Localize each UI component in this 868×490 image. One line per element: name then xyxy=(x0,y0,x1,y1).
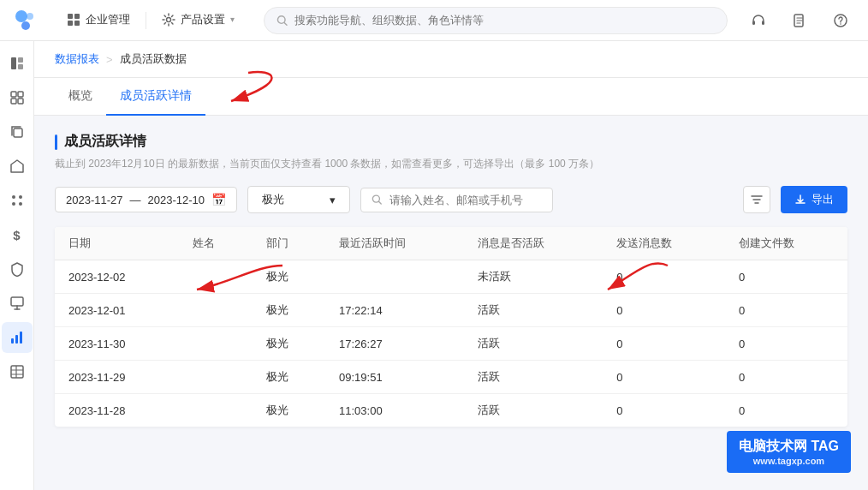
watermark-site: 电脑技术网 TAG xyxy=(739,438,839,456)
cell-msg-count: 0 xyxy=(603,394,725,427)
col-msg-count: 发送消息数 xyxy=(603,227,725,260)
svg-rect-3 xyxy=(68,14,73,19)
svg-rect-16 xyxy=(18,64,23,69)
sidebar-item-security[interactable] xyxy=(2,254,33,284)
section-title: 成员活跃详情 xyxy=(64,133,146,151)
svg-rect-17 xyxy=(11,92,16,97)
left-sidebar: $ xyxy=(0,41,34,490)
enterprise-icon xyxy=(67,13,80,27)
svg-rect-21 xyxy=(14,128,22,137)
watermark: 电脑技术网 TAG www.tagxp.com xyxy=(727,431,851,473)
document-icon[interactable] xyxy=(786,7,813,34)
cell-is-active: 活跃 xyxy=(464,294,603,327)
breadcrumb: 数据报表 > 成员活跃数据 xyxy=(34,41,868,78)
sidebar-item-grid[interactable] xyxy=(2,82,33,113)
svg-rect-15 xyxy=(18,57,23,63)
cell-is-active: 活跃 xyxy=(464,394,603,427)
svg-rect-4 xyxy=(74,14,80,19)
sidebar-item-dollar[interactable]: $ xyxy=(2,219,33,250)
tab-member-detail[interactable]: 成员活跃详情 xyxy=(106,78,205,116)
date-range-picker[interactable]: 2023-11-27 — 2023-12-10 📅 xyxy=(55,187,237,212)
col-last-active: 最近活跃时间 xyxy=(325,227,464,260)
cell-is-active: 未活跃 xyxy=(464,260,603,294)
svg-point-25 xyxy=(19,202,22,206)
cell-is-active: 活跃 xyxy=(464,327,603,361)
col-dept: 部门 xyxy=(253,227,325,260)
dept-label: 极光 xyxy=(262,192,284,207)
cell-file-count: 0 xyxy=(725,260,847,294)
nav-enterprise-label: 企业管理 xyxy=(86,12,130,27)
cell-date: 2023-11-30 xyxy=(55,327,179,361)
export-button[interactable]: 导出 xyxy=(781,186,847,213)
filters-row: 2023-11-27 — 2023-12-10 📅 极光 ▾ xyxy=(55,186,847,213)
search-input[interactable] xyxy=(294,14,715,27)
nav-divider xyxy=(146,12,146,29)
cell-last-active: 17:22:14 xyxy=(325,294,464,327)
breadcrumb-item-reports[interactable]: 数据报表 xyxy=(55,51,99,67)
sidebar-item-layer[interactable] xyxy=(2,48,33,79)
svg-rect-18 xyxy=(18,92,23,97)
cell-name xyxy=(179,361,252,394)
svg-rect-27 xyxy=(11,338,14,344)
filter-icon xyxy=(750,193,764,206)
svg-rect-9 xyxy=(752,21,755,25)
cell-dept: 极光 xyxy=(253,327,325,361)
cell-date: 2023-11-29 xyxy=(55,361,179,394)
main-content: 数据报表 > 成员活跃数据 概览 成员活跃详情 成员活跃详情 截止到 2023年… xyxy=(34,41,868,490)
cell-file-count: 0 xyxy=(725,361,847,394)
table-header: 日期 姓名 部门 最近活跃时间 消息是否活跃 发送消息数 创建文件数 xyxy=(55,227,847,260)
date-start: 2023-11-27 xyxy=(66,194,123,206)
sidebar-item-org[interactable] xyxy=(2,151,33,182)
export-label: 导出 xyxy=(812,192,834,207)
date-dash: — xyxy=(130,194,141,206)
app-logo[interactable] xyxy=(14,9,45,33)
page-content: 成员活跃详情 截止到 2023年12月10日 的最新数据，当前页面仅支持查看 1… xyxy=(34,116,868,444)
svg-point-13 xyxy=(840,23,841,25)
cell-dept: 极光 xyxy=(253,394,325,427)
sidebar-item-user[interactable] xyxy=(2,288,33,319)
filter-button[interactable] xyxy=(743,186,770,213)
watermark-url: www.tagxp.com xyxy=(753,456,824,466)
chevron-down-icon: ▾ xyxy=(230,15,235,24)
headset-icon[interactable] xyxy=(745,7,772,34)
sidebar-item-apps[interactable] xyxy=(2,185,33,216)
table-header-row: 日期 姓名 部门 最近活跃时间 消息是否活跃 发送消息数 创建文件数 xyxy=(55,227,847,260)
table-row: 2023-12-02 极光 未活跃 0 0 xyxy=(55,260,847,294)
member-search-input[interactable] xyxy=(389,194,542,206)
col-is-active: 消息是否活跃 xyxy=(464,227,603,260)
nav-product[interactable]: 产品设置 ▾ xyxy=(150,0,247,41)
cell-name xyxy=(179,294,252,327)
cell-last-active xyxy=(325,260,464,294)
col-file-count: 创建文件数 xyxy=(725,227,847,260)
col-date: 日期 xyxy=(55,227,179,260)
dept-select[interactable]: 极光 ▾ xyxy=(247,186,350,213)
sidebar-item-copy[interactable] xyxy=(2,117,33,147)
nav-enterprise[interactable]: 企业管理 xyxy=(55,0,142,41)
table-row: 2023-11-29 极光 09:19:51 活跃 0 0 xyxy=(55,361,847,394)
cell-file-count: 0 xyxy=(725,294,847,327)
svg-rect-30 xyxy=(11,366,23,378)
cell-date: 2023-12-02 xyxy=(55,260,179,294)
cell-is-active: 活跃 xyxy=(464,361,603,394)
svg-point-2 xyxy=(21,21,30,30)
cell-date: 2023-12-01 xyxy=(55,294,179,327)
question-icon[interactable] xyxy=(827,7,854,34)
table-row: 2023-11-30 极光 17:26:27 活跃 0 0 xyxy=(55,327,847,361)
svg-point-22 xyxy=(12,195,15,199)
global-search[interactable] xyxy=(264,7,728,34)
svg-rect-28 xyxy=(15,335,18,344)
col-name: 姓名 xyxy=(179,227,252,260)
breadcrumb-separator: > xyxy=(106,53,113,66)
tab-overview[interactable]: 概览 xyxy=(55,78,106,116)
sidebar-item-chart[interactable] xyxy=(2,322,33,353)
cell-date: 2023-11-28 xyxy=(55,394,179,427)
tabs-bar: 概览 成员活跃详情 xyxy=(34,78,868,116)
settings-icon xyxy=(162,13,175,27)
calendar-icon: 📅 xyxy=(211,193,226,206)
svg-point-23 xyxy=(19,195,22,199)
cell-file-count: 0 xyxy=(725,394,847,427)
svg-rect-20 xyxy=(18,99,23,104)
cell-file-count: 0 xyxy=(725,327,847,361)
sidebar-item-table[interactable] xyxy=(2,356,33,387)
member-search[interactable] xyxy=(360,188,553,212)
